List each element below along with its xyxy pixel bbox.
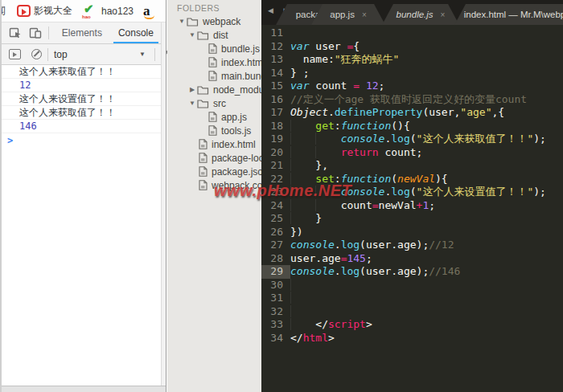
code-token: }) <box>290 226 303 238</box>
code-token: script <box>328 318 366 330</box>
code-token: </ <box>290 332 303 344</box>
code-line[interactable]: 15var count = 12; <box>261 80 563 93</box>
code-line[interactable]: 27console.log(user.age);//12 <box>261 239 563 252</box>
code-line[interactable]: 26}) <box>261 226 563 239</box>
code-line[interactable]: 28user.age=145; <box>261 252 563 266</box>
device-toolbar-icon[interactable] <box>29 27 42 39</box>
folder-icon <box>197 99 209 108</box>
tree-folder-webpack[interactable]: ▼webpack <box>167 14 261 28</box>
tree-file-tools-js[interactable]: tools.js <box>167 124 261 137</box>
code-line[interactable]: 14} ; <box>261 67 563 80</box>
code-token: : <box>335 120 341 132</box>
code-line[interactable]: 19 console.log("这个人来获取值了！！"); <box>261 133 563 146</box>
code-line-text: Object.defineProperty(user,"age",{ <box>290 106 504 120</box>
devtools-tab-elements[interactable]: Elements <box>54 22 110 43</box>
code-token: (user, <box>422 106 460 118</box>
folders-header: FOLDERS <box>167 0 261 14</box>
code-line[interactable]: 17Object.defineProperty(user,"age",{ <box>261 106 563 120</box>
tree-file-package-json[interactable]: package.json <box>167 165 261 178</box>
video-play-icon[interactable] <box>17 5 31 17</box>
tree-file-bundle-js[interactable]: bundle.js <box>167 42 261 55</box>
console-drawer-icon[interactable] <box>9 49 21 59</box>
code-line[interactable]: 31 <box>261 292 563 305</box>
devtools-tab-console[interactable]: Console <box>110 22 162 43</box>
code-line[interactable]: 20 return count; <box>261 146 563 160</box>
gutter-line-number: 21 <box>261 159 290 173</box>
code-line[interactable]: 30 <box>261 279 563 292</box>
tree-file-app-js[interactable]: app.js <box>167 110 261 124</box>
inspect-element-icon[interactable] <box>9 27 22 39</box>
gutter-line-number: 15 <box>261 80 290 93</box>
editor-tab-label: index.html — Mr.M\webp <box>464 10 563 19</box>
indent-guide <box>290 305 315 317</box>
code-line[interactable]: 29console.log(user.age);//146 <box>261 265 563 279</box>
context-selector[interactable]: top ▼ <box>54 49 149 60</box>
tree-file-package-lock[interactable]: package-lock <box>167 151 261 165</box>
indent-guide <box>290 120 315 132</box>
file-icon <box>208 71 217 81</box>
code-token: console <box>341 133 385 145</box>
code-token: count; <box>379 146 423 158</box>
gutter-line-number: 26 <box>261 226 290 239</box>
hao123-icon[interactable]: ✔ hao <box>82 5 98 18</box>
code-token: function <box>341 120 392 132</box>
file-icon <box>199 166 208 177</box>
gutter-line-number: 12 <box>261 40 290 54</box>
indent-guide <box>315 146 340 158</box>
code-token: var <box>290 80 309 92</box>
clear-console-icon[interactable] <box>31 49 42 59</box>
tree-item-label: dist <box>213 30 228 41</box>
code-token: name: <box>290 53 335 65</box>
bookmark-video-site[interactable]: 影视大全 <box>34 4 72 18</box>
triangle-down-icon[interactable]: ▼ <box>177 18 187 25</box>
editor-tab-app-js[interactable]: app.js× <box>311 4 385 25</box>
close-icon[interactable]: × <box>362 10 367 19</box>
tree-folder-node-modul[interactable]: ▶node_modul <box>167 83 261 96</box>
triangle-down-icon[interactable]: ▼ <box>187 31 197 39</box>
tree-file-main-bund[interactable]: main.bund <box>167 69 261 83</box>
code-token: . <box>335 239 341 251</box>
bookmark-partial[interactable]: 闻 <box>2 4 6 18</box>
scrollbar-track[interactable] <box>161 22 166 386</box>
code-line[interactable]: 11 <box>261 27 563 40</box>
code-line-text: console.log("这个人来获取值了！！"); <box>290 133 546 146</box>
triangle-right-icon[interactable]: ▶ <box>187 86 197 93</box>
code-line[interactable]: 34</html> <box>261 332 563 345</box>
gutter-line-number: 18 <box>261 120 290 133</box>
code-line[interactable]: 25 } <box>261 212 563 226</box>
code-line[interactable]: 32 <box>261 305 563 319</box>
bookmark-hao123[interactable]: hao123 <box>101 6 134 17</box>
code-token: ( <box>410 186 417 198</box>
code-token: </ <box>315 318 328 330</box>
code-line[interactable]: 18 get:function(){ <box>261 120 563 133</box>
gutter-line-number: 14 <box>261 67 290 80</box>
editor-tab-bundle-js[interactable]: bundle.js× <box>382 4 459 25</box>
code-line[interactable]: 33 </script> <box>261 318 563 332</box>
gutter-line-number: 16 <box>261 93 290 107</box>
tree-item-label: main.bund <box>221 71 261 82</box>
code-line[interactable]: 16//定义一个age 获取值时返回定义好的变量count <box>261 93 563 107</box>
code-line[interactable]: 12var user ={ <box>261 40 563 54</box>
code-line-text: var user ={ <box>290 40 360 54</box>
tree-folder-src[interactable]: ▼src <box>167 96 261 110</box>
code-token: get <box>315 120 334 132</box>
code-line[interactable]: 24 count=newVal+1; <box>261 199 563 213</box>
console-prompt[interactable]: > <box>2 133 166 149</box>
tree-folder-dist[interactable]: ▼dist <box>167 28 261 42</box>
editor-tab-label: app.js <box>330 10 355 19</box>
close-icon[interactable]: × <box>441 10 446 19</box>
code-line[interactable]: 13 name:"狂奔的蜗牛" <box>261 53 563 67</box>
indent-guide <box>290 146 315 158</box>
amazon-icon[interactable]: a <box>143 3 158 19</box>
triangle-down-icon[interactable]: ▼ <box>187 100 197 107</box>
window-title-tab[interactable]: index.html — Mr.M\webp <box>454 4 563 25</box>
file-icon <box>199 180 208 190</box>
code-line-text: </script> <box>290 318 372 332</box>
tree-file-index-html[interactable]: index.html <box>167 55 261 69</box>
code-line[interactable]: 21 }, <box>261 159 563 173</box>
folder-icon <box>197 85 209 95</box>
console-output: 这个人来获取值了！！12这个人来设置值了！！这个人来获取值了！！146> <box>2 65 166 149</box>
tree-file-index-html[interactable]: index.html <box>167 137 261 151</box>
context-selector-value: top <box>54 49 68 60</box>
toolbar-separator <box>47 48 48 61</box>
